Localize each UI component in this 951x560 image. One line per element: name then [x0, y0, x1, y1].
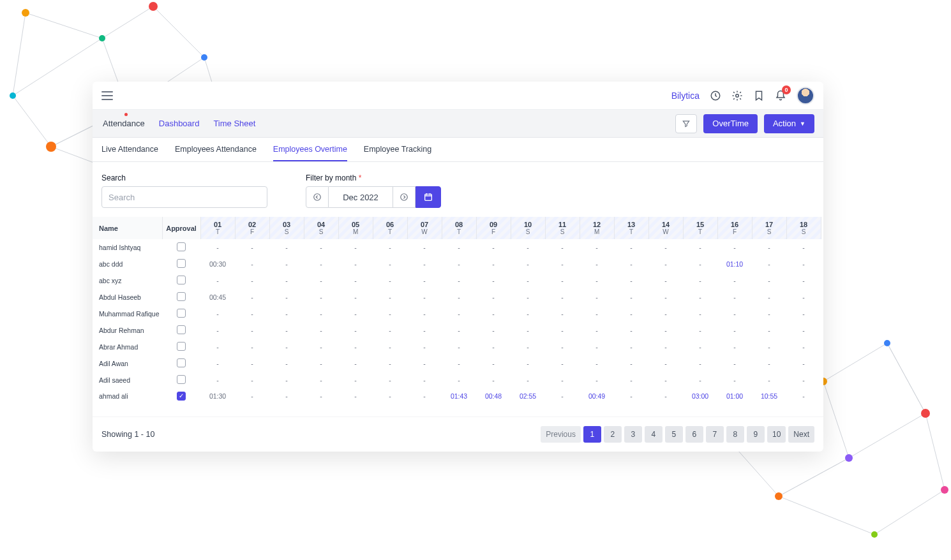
month-next-button[interactable]: [393, 186, 416, 208]
avatar[interactable]: [797, 87, 814, 105]
cell-day: -: [752, 355, 786, 372]
cell-day: -: [200, 272, 235, 289]
cell-day: -: [373, 306, 407, 322]
cell-day: -: [407, 339, 442, 355]
cell-day: -: [786, 355, 821, 372]
subbar-tab-dashboard[interactable]: Dashboard: [158, 115, 201, 132]
subbar-tab-time-sheet[interactable]: Time Sheet: [212, 115, 257, 132]
page-10[interactable]: 10: [767, 426, 786, 443]
cell-day: -: [545, 372, 580, 388]
cell-day: -: [476, 322, 511, 339]
cell-day: -: [269, 388, 304, 404]
cell-day: -: [545, 306, 580, 322]
approval-checkbox[interactable]: [177, 242, 186, 251]
cell-name: Abrar Ahmad: [93, 339, 162, 355]
cell-approval: [162, 306, 200, 322]
col-day-13: 13T: [614, 217, 648, 239]
cell-day: -: [373, 322, 407, 339]
cell-day: -: [373, 339, 407, 355]
cell-day: -: [476, 289, 511, 306]
cell-day: -: [235, 322, 269, 339]
col-day-15: 15T: [683, 217, 717, 239]
cell-day: -: [407, 388, 442, 404]
page-7[interactable]: 7: [706, 426, 724, 443]
tab-employees-overtime[interactable]: Employees Overtime: [273, 138, 347, 161]
page-9[interactable]: 9: [747, 426, 765, 443]
cell-day: -: [442, 239, 476, 256]
approval-checkbox[interactable]: [177, 342, 186, 351]
tab-employee-tracking[interactable]: Employee Tracking: [364, 138, 431, 161]
svg-point-1: [99, 35, 105, 41]
approval-checkbox[interactable]: [177, 375, 186, 384]
clock-icon[interactable]: [710, 90, 721, 101]
cell-day: -: [545, 388, 580, 404]
menu-icon[interactable]: [101, 91, 113, 100]
overtime-button[interactable]: OverTime: [703, 114, 758, 133]
cell-day: -: [683, 306, 717, 322]
svg-point-3: [201, 54, 207, 61]
cell-day: -: [752, 239, 786, 256]
cell-day: -: [235, 306, 269, 322]
cell-day: -: [717, 322, 752, 339]
bell-icon[interactable]: 0: [775, 90, 786, 101]
cell-day: -: [269, 289, 304, 306]
page-8[interactable]: 8: [726, 426, 744, 443]
cell-day: -: [476, 256, 511, 272]
page-prev[interactable]: Previous: [541, 426, 581, 443]
tab-employees-attendance[interactable]: Employees Attendance: [175, 138, 257, 161]
month-prev-button[interactable]: [306, 186, 329, 208]
cell-day: -: [304, 372, 338, 388]
cell-day: -: [580, 306, 614, 322]
calendar-button[interactable]: [416, 186, 441, 208]
col-day-06: 06T: [373, 217, 407, 239]
cell-day: -: [442, 372, 476, 388]
approval-checkbox[interactable]: [177, 292, 186, 301]
approval-checkbox[interactable]: [177, 392, 186, 401]
tab-live-attendance[interactable]: Live Attendance: [101, 138, 158, 161]
svg-point-20: [314, 194, 321, 201]
cell-day: -: [476, 355, 511, 372]
page-4[interactable]: 4: [645, 426, 663, 443]
cell-day: -: [442, 289, 476, 306]
search-input[interactable]: [101, 186, 267, 208]
table-row: ahmad ali01:30------01:4300:4802:55-00:4…: [93, 388, 821, 404]
filter-button[interactable]: [675, 114, 697, 133]
cell-day: -: [338, 372, 373, 388]
cell-day: -: [717, 239, 752, 256]
subbar-tab-attendance[interactable]: Attendance: [101, 115, 146, 132]
cell-day: -: [580, 339, 614, 355]
cell-day: -: [580, 372, 614, 388]
approval-checkbox[interactable]: [177, 325, 186, 334]
gear-icon[interactable]: [731, 90, 743, 101]
approval-checkbox[interactable]: [177, 276, 186, 284]
page-next[interactable]: Next: [788, 426, 814, 443]
cell-day: -: [338, 388, 373, 404]
cell-day: -: [648, 355, 683, 372]
page-5[interactable]: 5: [665, 426, 683, 443]
page-2[interactable]: 2: [604, 426, 622, 443]
cell-day: -: [511, 289, 545, 306]
brand-label[interactable]: Bilytica: [671, 91, 700, 101]
cell-day: -: [373, 289, 407, 306]
page-1[interactable]: 1: [583, 426, 601, 443]
bookmark-icon[interactable]: [753, 90, 765, 101]
page-3[interactable]: 3: [624, 426, 642, 443]
cell-day: -: [648, 289, 683, 306]
approval-checkbox[interactable]: [177, 259, 186, 268]
overtime-table-wrap[interactable]: NameApproval01T02F03S04S05M06T07W08T09F1…: [93, 217, 823, 416]
cell-day: -: [407, 355, 442, 372]
cell-approval: [162, 372, 200, 388]
action-button[interactable]: Action▼: [764, 114, 814, 133]
notification-badge: 0: [782, 85, 791, 94]
cell-day: -: [407, 239, 442, 256]
col-name: Name: [93, 217, 162, 239]
col-day-14: 14W: [648, 217, 683, 239]
col-day-03: 03S: [269, 217, 304, 239]
cell-day: 01:43: [442, 388, 476, 404]
cell-day: -: [338, 256, 373, 272]
svg-point-6: [10, 92, 16, 99]
approval-checkbox[interactable]: [177, 309, 186, 318]
approval-checkbox[interactable]: [177, 358, 186, 367]
page-6[interactable]: 6: [685, 426, 703, 443]
cell-day: -: [200, 355, 235, 372]
